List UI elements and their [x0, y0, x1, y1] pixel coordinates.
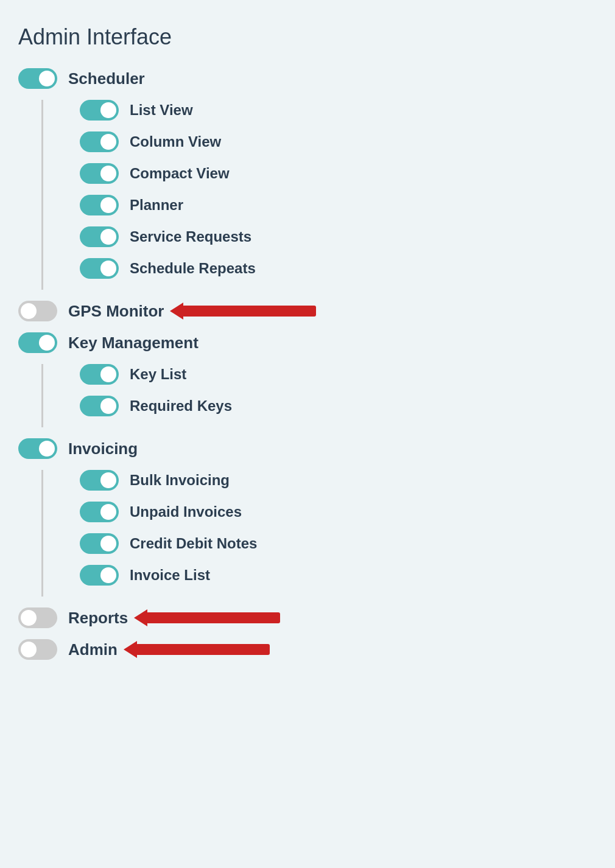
toggle-bulk-invoicing[interactable] — [80, 470, 119, 491]
setting-row-scheduler: Scheduler — [18, 68, 597, 89]
settings-container: SchedulerList ViewColumn ViewCompact Vie… — [18, 68, 597, 660]
setting-row-gps-monitor: GPS Monitor — [18, 301, 597, 321]
setting-row-key-list: Key List — [62, 364, 597, 385]
label-schedule-repeats: Schedule Repeats — [130, 260, 256, 277]
toggle-list-view[interactable] — [80, 100, 119, 121]
setting-row-list-view: List View — [62, 100, 597, 121]
arrow-annotation — [134, 609, 280, 626]
toggle-scheduler[interactable] — [18, 68, 57, 89]
indent-block-invoicing: Bulk InvoicingUnpaid InvoicesCredit Debi… — [41, 470, 597, 597]
setting-row-key-management: Key Management — [18, 332, 597, 353]
toggle-invoice-list[interactable] — [80, 565, 119, 586]
setting-row-unpaid-invoices: Unpaid Invoices — [62, 502, 597, 522]
toggle-unpaid-invoices[interactable] — [80, 502, 119, 522]
toggle-compact-view[interactable] — [80, 163, 119, 184]
label-service-requests: Service Requests — [130, 228, 251, 245]
toggle-schedule-repeats[interactable] — [80, 258, 119, 279]
page-title: Admin Interface — [18, 24, 597, 50]
indent-block-key-management: Key ListRequired Keys — [41, 364, 597, 427]
label-key-list: Key List — [130, 366, 186, 383]
toggle-credit-debit-notes[interactable] — [80, 533, 119, 554]
label-compact-view: Compact View — [130, 165, 230, 182]
setting-row-column-view: Column View — [62, 131, 597, 152]
setting-row-bulk-invoicing: Bulk Invoicing — [62, 470, 597, 491]
setting-row-service-requests: Service Requests — [62, 226, 597, 247]
label-unpaid-invoices: Unpaid Invoices — [130, 503, 242, 520]
arrow-annotation — [170, 303, 316, 320]
toggle-key-management[interactable] — [18, 332, 57, 353]
toggle-key-list[interactable] — [80, 364, 119, 385]
label-gps-monitor: GPS Monitor — [68, 302, 164, 321]
label-invoicing: Invoicing — [68, 439, 138, 458]
setting-row-invoice-list: Invoice List — [62, 565, 597, 586]
arrow-annotation — [124, 641, 270, 658]
setting-row-required-keys: Required Keys — [62, 396, 597, 416]
setting-row-schedule-repeats: Schedule Repeats — [62, 258, 597, 279]
label-credit-debit-notes: Credit Debit Notes — [130, 535, 257, 552]
label-required-keys: Required Keys — [130, 397, 232, 415]
toggle-required-keys[interactable] — [80, 396, 119, 416]
label-planner: Planner — [130, 197, 183, 214]
setting-row-credit-debit-notes: Credit Debit Notes — [62, 533, 597, 554]
setting-row-admin: Admin — [18, 639, 597, 660]
setting-row-compact-view: Compact View — [62, 163, 597, 184]
toggle-reports[interactable] — [18, 607, 57, 628]
toggle-service-requests[interactable] — [80, 226, 119, 247]
toggle-gps-monitor[interactable] — [18, 301, 57, 321]
label-key-management: Key Management — [68, 334, 199, 352]
indent-block-scheduler: List ViewColumn ViewCompact ViewPlannerS… — [41, 100, 597, 290]
label-admin: Admin — [68, 640, 118, 659]
label-reports: Reports — [68, 609, 128, 628]
setting-row-planner: Planner — [62, 195, 597, 215]
label-bulk-invoicing: Bulk Invoicing — [130, 472, 230, 489]
setting-row-reports: Reports — [18, 607, 597, 628]
toggle-admin[interactable] — [18, 639, 57, 660]
label-column-view: Column View — [130, 133, 221, 150]
setting-row-invoicing: Invoicing — [18, 438, 597, 459]
toggle-planner[interactable] — [80, 195, 119, 215]
label-list-view: List View — [130, 102, 193, 119]
label-scheduler: Scheduler — [68, 69, 145, 88]
toggle-invoicing[interactable] — [18, 438, 57, 459]
label-invoice-list: Invoice List — [130, 567, 210, 584]
toggle-column-view[interactable] — [80, 131, 119, 152]
